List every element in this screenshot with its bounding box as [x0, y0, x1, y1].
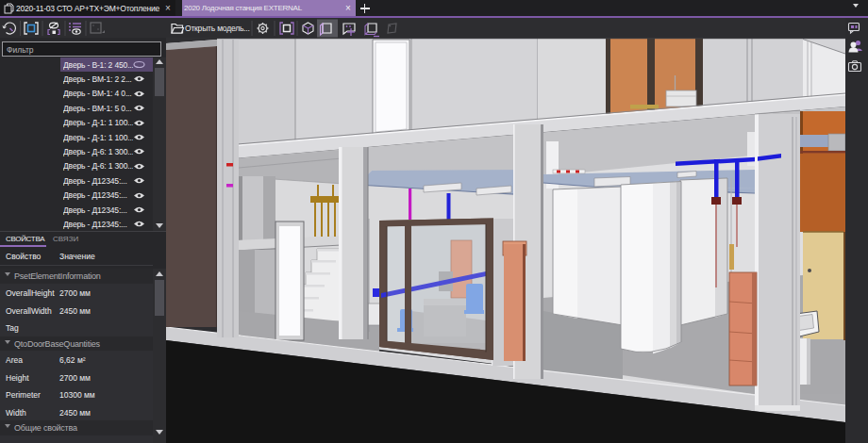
- svg-text:Открыть модель...: Открыть модель...: [185, 24, 250, 33]
